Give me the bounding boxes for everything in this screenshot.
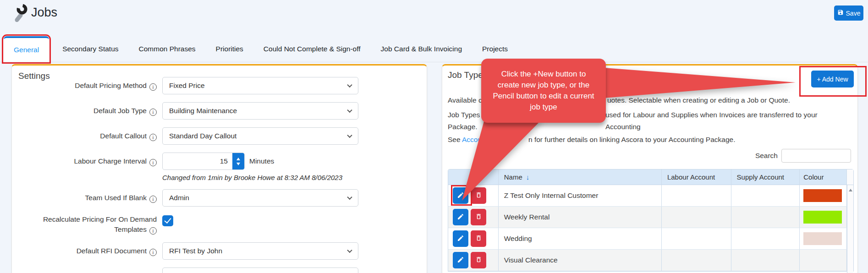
pencil-icon (457, 191, 464, 200)
default-job-type-select[interactable]: Building Maintenance (162, 102, 358, 120)
field-labour-charge-interval: Labour Charge Interval 15 Minutes Change… (17, 153, 421, 181)
info-icon[interactable] (149, 109, 157, 116)
save-icon (837, 9, 844, 17)
tab-general[interactable]: General (4, 36, 49, 62)
table-scrollbar[interactable] (847, 185, 853, 273)
colour-column-header: Colour (800, 169, 847, 185)
supply-account-column-header[interactable]: Supply Account (731, 169, 800, 185)
search-row: Search (755, 149, 851, 163)
tab-job-card-bulk-invoicing-label: Job Card & Bulk Invoicing (381, 45, 462, 53)
select-value: Admin (169, 194, 189, 202)
default-pricing-method-select[interactable]: Fixed Price (162, 77, 358, 94)
delete-button[interactable] (471, 230, 486, 247)
job-types-description-1: Available cla uotes. Selectable when cre… (448, 94, 853, 106)
chevron-down-icon (347, 195, 352, 200)
desc2-right: used for Labour and Supplies when Invoic… (605, 109, 853, 133)
colour-swatch (803, 189, 842, 202)
chevron-down-icon (347, 248, 352, 253)
field-label: Recalculate Pricing For On Demand Templa… (43, 215, 157, 233)
edit-button[interactable] (453, 187, 468, 204)
colour-swatch (803, 211, 842, 224)
default-callout-select[interactable]: Standard Day Callout (162, 127, 358, 145)
number-stepper[interactable] (232, 153, 244, 169)
tab-secondary-status[interactable]: Secondary Status (55, 36, 125, 62)
tab-priorities[interactable]: Priorities (209, 36, 250, 62)
info-icon[interactable] (149, 159, 157, 166)
info-icon[interactable] (149, 196, 157, 203)
field-default-rfi-document: Default RFI Document RFI Test by John (17, 242, 421, 260)
tab-job-card-bulk-invoicing[interactable]: Job Card & Bulk Invoicing (374, 36, 469, 62)
page-header: Jobs Save (0, 0, 868, 28)
delete-button[interactable] (471, 209, 486, 225)
tab-projects[interactable]: Projects (475, 36, 515, 62)
delete-button[interactable] (471, 252, 486, 268)
sort-descending-icon[interactable]: ↓ (526, 173, 530, 181)
save-button-label: Save (846, 10, 861, 17)
interval-suffix: Minutes (249, 157, 274, 165)
trash-icon (475, 213, 482, 221)
interval-change-note: Changed from 1min by Brooke Howe at 8:32… (162, 174, 342, 181)
stepper-down-icon[interactable] (236, 163, 240, 165)
field-label: Default RFI Document (77, 247, 147, 255)
default-rfi-document-select[interactable]: RFI Test by John (162, 242, 358, 260)
edit-button[interactable] (453, 252, 468, 268)
colour-swatch (803, 232, 842, 245)
field-default-job-type: Default Job Type Building Maintenance (17, 102, 421, 120)
wrench-icon (10, 4, 29, 26)
select-value: Fixed Price (169, 82, 205, 90)
tab-could-not-complete-label: Could Not Complete & Sign-off (264, 45, 361, 53)
colour-swatch (803, 254, 842, 267)
accounts-integration-link[interactable]: Accounts Int (462, 136, 501, 143)
job-types-description-3: See Accounts Int n for further details o… (448, 134, 853, 146)
table-row: Visual Clearance (448, 250, 853, 271)
stepper-up-icon[interactable] (236, 158, 240, 160)
save-button[interactable]: Save (834, 5, 863, 21)
labour-account-column-header[interactable]: Labour Account (662, 169, 731, 185)
recalculate-pricing-checkbox[interactable] (162, 215, 173, 226)
job-types-description-2: Job Types a used for Labour and Supplies… (448, 109, 853, 133)
table-row: Wedding (448, 228, 853, 250)
info-icon[interactable] (149, 249, 157, 256)
field-label: Default Pricing Method (75, 82, 147, 89)
job-type-name: Visual Clearance (499, 250, 662, 271)
info-icon[interactable] (149, 83, 157, 91)
search-input[interactable] (781, 149, 851, 163)
team-used-if-blank-select[interactable]: Admin (162, 189, 358, 207)
tab-bar: General Secondary Status Common Phrases … (0, 36, 868, 62)
job-profitability-display-select[interactable]: Stacked Jobs Data (162, 268, 358, 273)
info-icon[interactable] (149, 227, 157, 235)
trash-icon (475, 235, 482, 243)
edit-button[interactable] (453, 209, 468, 225)
field-label: Default Callout (100, 132, 147, 140)
trash-icon (475, 191, 482, 200)
pencil-icon (457, 235, 464, 243)
trash-icon (475, 256, 482, 264)
job-types-panel: Job Types + Add New Available cla uotes.… (442, 64, 858, 273)
settings-panel: Settings Default Pricing Method Fixed Pr… (11, 64, 427, 273)
labour-charge-interval-input[interactable]: 15 (162, 153, 245, 170)
tab-common-phrases[interactable]: Common Phrases (132, 36, 203, 62)
field-label: Labour Charge Interval (74, 157, 147, 165)
field-label: Default Job Type (93, 107, 147, 115)
interval-value: 15 (163, 153, 232, 169)
pencil-icon (457, 213, 464, 222)
job-type-name: Z Test Only Internal Customer (499, 185, 662, 206)
tab-could-not-complete[interactable]: Could Not Complete & Sign-off (257, 36, 368, 62)
scroll-up-icon[interactable] (849, 189, 852, 191)
job-types-table: Name↓ Labour Account Supply Account Colo… (448, 169, 854, 272)
tab-general-label: General (14, 46, 39, 54)
desc3-right: n for further details on linking Ascora … (528, 134, 735, 146)
actions-column-header (448, 169, 499, 185)
delete-button[interactable] (471, 187, 486, 204)
job-types-title: Job Types (448, 70, 487, 80)
field-recalculate-pricing: Recalculate Pricing For On Demand Templa… (17, 214, 421, 235)
info-icon[interactable] (149, 134, 157, 141)
name-column-header[interactable]: Name↓ (499, 169, 662, 185)
table-header: Name↓ Labour Account Supply Account Colo… (448, 169, 853, 185)
add-new-button[interactable]: + Add New (811, 71, 854, 87)
chevron-down-icon (347, 133, 352, 138)
page-title: Jobs (31, 5, 57, 20)
tab-secondary-status-label: Secondary Status (62, 45, 118, 53)
edit-button[interactable] (453, 230, 468, 247)
table-row: Z Test Only Internal Customer (448, 185, 853, 207)
